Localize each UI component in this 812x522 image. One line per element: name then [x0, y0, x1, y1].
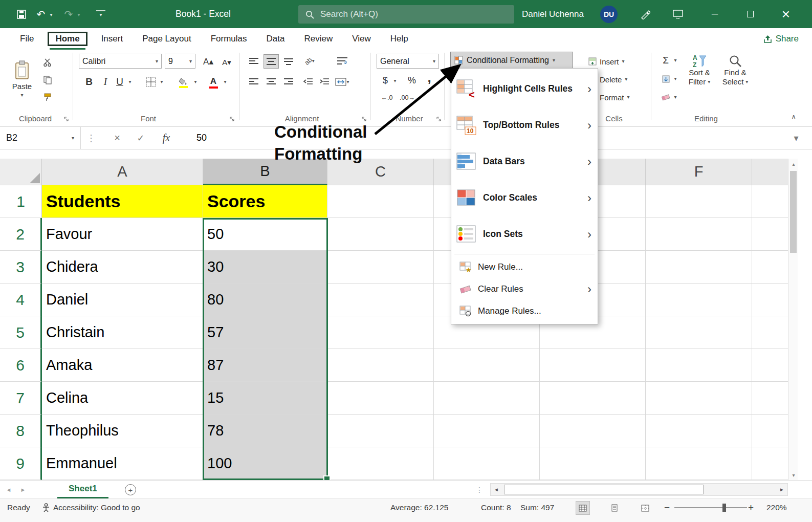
- cell-B7[interactable]: 15: [203, 382, 327, 415]
- bottom-align-button[interactable]: [281, 55, 296, 68]
- cell[interactable]: [752, 415, 788, 447]
- cell-D7[interactable]: [434, 382, 540, 415]
- top-align-button[interactable]: [247, 55, 261, 68]
- formula-bar-handle[interactable]: ⋮: [86, 127, 96, 149]
- save-button[interactable]: [14, 7, 29, 21]
- zoom-slider-thumb[interactable]: [722, 504, 726, 512]
- cell-C1[interactable]: [327, 185, 434, 218]
- format-painter-button[interactable]: [42, 92, 53, 103]
- center-button[interactable]: [264, 75, 278, 89]
- align-right-button[interactable]: [281, 75, 296, 89]
- search-box[interactable]: Search (Alt+Q): [298, 5, 514, 24]
- row-header-4[interactable]: 4: [0, 284, 42, 316]
- cell[interactable]: [752, 251, 788, 284]
- cell-D9[interactable]: [434, 447, 540, 480]
- cell-F2[interactable]: [646, 218, 752, 251]
- cell-F9[interactable]: [646, 447, 752, 480]
- horizontal-scrollbar[interactable]: ◄ ►: [490, 483, 788, 496]
- name-box[interactable]: B2 ▾: [0, 127, 81, 149]
- undo-button[interactable]: ↶: [35, 7, 47, 21]
- horizontal-scrollbar-thumb[interactable]: [504, 485, 704, 494]
- cut-button[interactable]: [42, 57, 53, 68]
- fill-color-dropdown-icon[interactable]: ▾: [192, 79, 199, 84]
- row-header-8[interactable]: 8: [0, 415, 42, 447]
- cell-E8[interactable]: [540, 415, 646, 447]
- cell-C9[interactable]: [327, 447, 434, 480]
- row-header-1[interactable]: 1: [0, 185, 42, 218]
- insert-function-button[interactable]: fx: [157, 127, 176, 149]
- cell-A1[interactable]: Students: [42, 185, 203, 218]
- cell-C3[interactable]: [327, 251, 434, 284]
- font-dialog-launcher[interactable]: [229, 115, 235, 123]
- number-dialog-launcher[interactable]: [436, 115, 442, 123]
- clipboard-dialog-launcher[interactable]: [63, 115, 69, 123]
- cell-D8[interactable]: [434, 415, 540, 447]
- increase-decimal-button[interactable]: ←.0: [379, 92, 395, 104]
- font-color-button[interactable]: A: [207, 74, 220, 91]
- row-header-7[interactable]: 7: [0, 382, 42, 415]
- cell[interactable]: [752, 185, 788, 218]
- cell-C2[interactable]: [327, 218, 434, 251]
- wrap-text-button[interactable]: [334, 54, 351, 68]
- font-size-select[interactable]: 9▾: [165, 54, 195, 69]
- cell[interactable]: [752, 316, 788, 349]
- formula-input[interactable]: 50: [196, 127, 207, 149]
- cell[interactable]: [752, 284, 788, 316]
- page-layout-view-button[interactable]: [608, 502, 621, 514]
- menu-item-data-bars[interactable]: Data Bars ›: [451, 143, 598, 180]
- column-header-F[interactable]: F: [646, 159, 752, 185]
- collapse-ribbon-button[interactable]: ∧: [787, 111, 800, 122]
- cell-F3[interactable]: [646, 251, 752, 284]
- select-all-button[interactable]: [0, 159, 42, 185]
- middle-align-button[interactable]: [264, 55, 278, 68]
- underline-button[interactable]: U: [114, 74, 126, 90]
- borders-button[interactable]: [144, 75, 158, 89]
- cell-A6[interactable]: Amaka: [42, 349, 203, 382]
- undo-dropdown-icon[interactable]: ▾: [48, 11, 54, 18]
- sort-filter-button[interactable]: AZ Sort & Filter▾: [682, 54, 717, 86]
- cell-F8[interactable]: [646, 415, 752, 447]
- fill-dropdown-icon[interactable]: ▾: [672, 76, 678, 81]
- cell-A4[interactable]: Daniel: [42, 284, 203, 316]
- clear-dropdown-icon[interactable]: ▾: [672, 95, 678, 100]
- expand-formula-bar-icon[interactable]: ▾: [791, 127, 801, 149]
- conditional-formatting-button[interactable]: Conditional Formatting ▾: [450, 52, 573, 69]
- cell[interactable]: [752, 349, 788, 382]
- autosum-dropdown-icon[interactable]: ▾: [672, 58, 678, 63]
- cell-B2-active[interactable]: 50: [203, 218, 327, 251]
- avatar[interactable]: DU: [600, 6, 618, 23]
- row-header-6[interactable]: 6: [0, 349, 42, 382]
- customize-quick-access-icon[interactable]: ▾: [96, 10, 105, 18]
- comma-format-button[interactable]: ,: [423, 70, 436, 84]
- row-header-3[interactable]: 3: [0, 251, 42, 284]
- prev-sheet-icon[interactable]: ◄: [3, 481, 14, 498]
- accessibility-icon[interactable]: [42, 499, 50, 516]
- menu-item-clear-rules[interactable]: Clear Rules ›: [451, 278, 598, 300]
- cell-F6[interactable]: [646, 349, 752, 382]
- cancel-button[interactable]: ×: [108, 127, 126, 149]
- column-header-partial[interactable]: [752, 159, 788, 185]
- cell-F5[interactable]: [646, 316, 752, 349]
- autosum-button[interactable]: Σ: [659, 54, 672, 67]
- minimize-button[interactable]: ─: [703, 0, 727, 28]
- increase-indent-button[interactable]: [317, 75, 332, 89]
- italic-button[interactable]: I: [99, 74, 112, 90]
- zoom-slider[interactable]: [674, 507, 747, 508]
- cell-C4[interactable]: [327, 284, 434, 316]
- clear-button[interactable]: [659, 91, 672, 104]
- next-sheet-icon[interactable]: ►: [17, 481, 29, 498]
- name-box-dropdown-icon[interactable]: ▾: [72, 136, 74, 141]
- vertical-scrollbar-thumb[interactable]: [790, 171, 797, 253]
- cell-B6[interactable]: 87: [203, 349, 327, 382]
- fill-button[interactable]: [659, 72, 672, 85]
- sheet-tab-sheet1[interactable]: Sheet1: [57, 481, 108, 498]
- currency-dropdown-icon[interactable]: ▾: [392, 78, 398, 83]
- cell-B8[interactable]: 78: [203, 415, 327, 447]
- cell-A2[interactable]: Favour: [42, 218, 203, 251]
- cell-A7[interactable]: Celina: [42, 382, 203, 415]
- cell-D6[interactable]: [434, 349, 540, 382]
- number-format-select[interactable]: General▾: [377, 54, 439, 69]
- cell-F7[interactable]: [646, 382, 752, 415]
- share-button[interactable]: Share: [763, 31, 799, 47]
- menu-item-highlight-cells-rules[interactable]: < Highlight Cells Rules ›: [451, 71, 598, 107]
